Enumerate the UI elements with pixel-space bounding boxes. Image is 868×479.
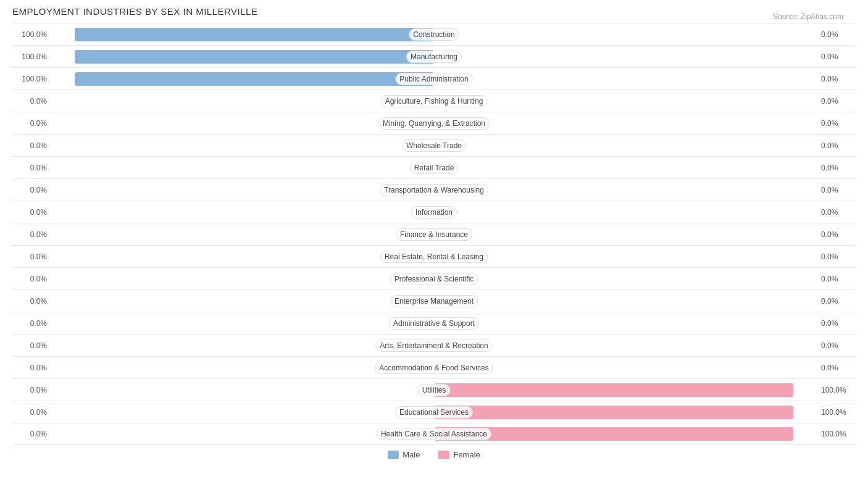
male-bar-wrap — [49, 223, 434, 245]
female-bar-wrap — [434, 68, 819, 90]
industry-label: Manufacturing — [406, 51, 462, 63]
male-bar-wrap — [49, 68, 434, 90]
male-color-swatch — [388, 451, 399, 459]
chart-row: 0.0%Accommodation & Food Services0.0% — [12, 356, 856, 378]
left-percent: 0.0% — [12, 275, 49, 283]
chart-row: 0.0%Educational Services100.0% — [12, 401, 856, 423]
industry-label: Transportation & Warehousing — [380, 184, 488, 196]
female-label: Female — [453, 450, 480, 459]
chart-title: EMPLOYMENT INDUSTRIES BY SEX IN MILLERVI… — [12, 6, 856, 17]
female-bar-wrap — [434, 401, 819, 423]
female-bar-wrap — [434, 223, 819, 245]
bars-area: Enterprise Management — [49, 290, 819, 312]
industry-label: Accommodation & Food Services — [375, 362, 493, 374]
male-bar-wrap — [49, 401, 434, 423]
chart-row: 0.0%Administrative & Support0.0% — [12, 312, 856, 334]
left-percent: 100.0% — [12, 52, 49, 61]
chart-row: 0.0%Agriculture, Fishing & Hunting0.0% — [12, 90, 856, 112]
male-bar-wrap — [49, 290, 434, 312]
bars-area: Construction — [49, 23, 819, 45]
female-bar-wrap — [434, 379, 819, 401]
chart-container: 100.0%Construction0.0%100.0%Manufacturin… — [12, 23, 856, 445]
bars-area: Health Care & Social Assistance — [49, 423, 819, 444]
chart-row: 0.0%Health Care & Social Assistance100.0… — [12, 423, 856, 445]
male-bar-wrap — [49, 46, 434, 67]
male-bar-wrap — [49, 268, 434, 289]
chart-row: 0.0%Enterprise Management0.0% — [12, 289, 856, 312]
right-percent: 100.0% — [819, 386, 856, 394]
right-percent: 0.0% — [819, 141, 856, 150]
source-label: Source: ZipAtlas.com — [773, 12, 843, 21]
male-bar-wrap — [49, 201, 434, 223]
bars-area: Retail Trade — [49, 157, 819, 178]
chart-row: 0.0%Professional & Scientific0.0% — [12, 267, 856, 289]
female-bar-wrap — [434, 423, 819, 444]
chart-row: 0.0%Real Estate, Rental & Leasing0.0% — [12, 245, 856, 267]
bars-area: Public Administration — [49, 68, 819, 90]
industry-label: Utilities — [418, 384, 451, 396]
right-percent: 0.0% — [819, 30, 856, 39]
chart-row: 0.0%Finance & Insurance0.0% — [12, 223, 856, 245]
chart-row: 0.0%Arts, Entertainment & Recreation0.0% — [12, 334, 856, 356]
left-percent: 0.0% — [12, 141, 49, 150]
industry-label: Information — [411, 206, 457, 219]
bars-area: Real Estate, Rental & Leasing — [49, 246, 819, 267]
female-bar-wrap — [434, 135, 819, 156]
female-bar-wrap — [434, 268, 819, 289]
chart-row: 0.0%Wholesale Trade0.0% — [12, 134, 856, 156]
chart-row: 0.0%Utilities100.0% — [12, 378, 856, 401]
right-percent: 0.0% — [819, 230, 856, 239]
bars-area: Administrative & Support — [49, 312, 819, 334]
left-percent: 100.0% — [12, 30, 49, 39]
right-percent: 0.0% — [819, 364, 856, 372]
right-percent: 0.0% — [819, 164, 856, 172]
left-percent: 0.0% — [12, 297, 49, 306]
female-bar-wrap — [434, 90, 819, 112]
male-bar — [75, 28, 433, 41]
male-bar-wrap — [49, 112, 434, 134]
left-percent: 0.0% — [12, 164, 49, 172]
right-percent: 0.0% — [819, 252, 856, 261]
right-percent: 0.0% — [819, 208, 856, 217]
industry-label: Administrative & Support — [389, 317, 479, 330]
female-bar-wrap — [434, 46, 819, 67]
left-percent: 0.0% — [12, 364, 49, 372]
right-percent: 0.0% — [819, 75, 856, 83]
male-bar-wrap — [49, 312, 434, 334]
left-percent: 0.0% — [12, 186, 49, 194]
male-bar-wrap — [49, 179, 434, 201]
bars-area: Arts, Entertainment & Recreation — [49, 335, 819, 356]
legend: Male Female — [12, 450, 856, 459]
industry-label: Wholesale Trade — [402, 140, 466, 152]
chart-row: 0.0%Mining, Quarrying, & Extraction0.0% — [12, 112, 856, 134]
industry-label: Arts, Entertainment & Recreation — [375, 339, 492, 352]
chart-row: 100.0%Manufacturing0.0% — [12, 45, 856, 67]
male-bar-wrap — [49, 23, 434, 45]
bars-area: Agriculture, Fishing & Hunting — [49, 90, 819, 112]
female-bar-wrap — [434, 112, 819, 134]
right-percent: 0.0% — [819, 319, 856, 328]
chart-row: 0.0%Transportation & Warehousing0.0% — [12, 178, 856, 201]
left-percent: 0.0% — [12, 341, 49, 350]
industry-label: Health Care & Social Assistance — [377, 428, 491, 440]
right-percent: 0.0% — [819, 341, 856, 350]
female-bar-wrap — [434, 23, 819, 45]
left-percent: 100.0% — [12, 75, 49, 83]
bars-area: Wholesale Trade — [49, 135, 819, 156]
industry-label: Construction — [409, 28, 459, 41]
male-label: Male — [403, 450, 420, 459]
male-bar-wrap — [49, 135, 434, 156]
right-percent: 0.0% — [819, 52, 856, 61]
bars-area: Finance & Insurance — [49, 223, 819, 245]
bars-area: Mining, Quarrying, & Extraction — [49, 112, 819, 134]
male-bar — [75, 50, 433, 64]
left-percent: 0.0% — [12, 319, 49, 328]
industry-label: Professional & Scientific — [390, 273, 478, 285]
right-percent: 0.0% — [819, 275, 856, 283]
industry-label: Public Administration — [395, 73, 472, 85]
bars-area: Manufacturing — [49, 46, 819, 67]
female-bar — [435, 383, 793, 397]
bars-area: Utilities — [49, 379, 819, 401]
industry-label: Retail Trade — [410, 162, 459, 174]
legend-female: Female — [438, 450, 480, 459]
